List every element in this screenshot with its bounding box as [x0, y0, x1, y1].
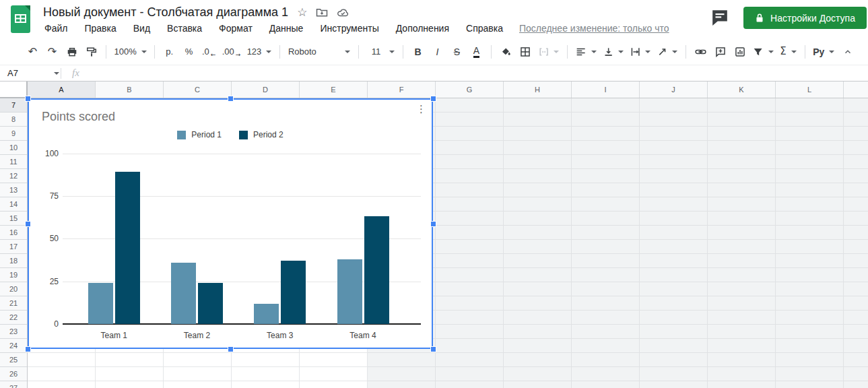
font-family-selector[interactable]: Roboto [285, 42, 354, 61]
row-header-12[interactable]: 12 [0, 169, 27, 183]
menu-data[interactable]: Данные [269, 23, 304, 34]
row-header-22[interactable]: 22 [0, 311, 27, 325]
menu-addons[interactable]: Дополнения [396, 23, 449, 34]
row-header-7[interactable]: 7 [0, 98, 27, 112]
text-wrap-button[interactable] [627, 42, 654, 61]
document-title[interactable]: Новый документ - Столбчатая диаграмма 1 [43, 5, 288, 20]
chart-resize-handle[interactable] [228, 347, 233, 352]
menu-format[interactable]: Формат [219, 23, 253, 34]
chart-resize-handle[interactable] [431, 347, 436, 352]
row-header-10[interactable]: 10 [0, 141, 27, 155]
name-box[interactable]: A7 [0, 68, 59, 78]
row-header-23[interactable]: 23 [0, 325, 27, 339]
chart-resize-handle[interactable] [26, 222, 30, 226]
row-header-16[interactable]: 16 [0, 226, 27, 240]
italic-button[interactable]: I [428, 42, 447, 61]
grid-cells[interactable]: Points scored ⋮ Period 1Period 2 0255075… [28, 98, 868, 388]
horizontal-align-button[interactable] [572, 42, 599, 61]
menu-view[interactable]: Вид [133, 23, 150, 34]
chart-container[interactable]: Points scored ⋮ Period 1Period 2 0255075… [28, 98, 433, 349]
column-header-partial[interactable] [844, 82, 868, 98]
row-header-8[interactable]: 8 [0, 112, 27, 127]
font-family-value: Roboto [288, 46, 316, 57]
borders-button[interactable] [516, 42, 535, 61]
column-header-d[interactable]: D [232, 82, 300, 98]
sheets-logo-icon[interactable] [11, 5, 30, 33]
column-header-l[interactable]: L [776, 82, 844, 98]
title-row: Новый документ - Столбчатая диаграмма 1 … [43, 3, 349, 21]
comment-history-icon[interactable] [711, 9, 729, 26]
print-button[interactable] [62, 42, 81, 61]
row-header-24[interactable]: 24 [0, 339, 27, 353]
font-size-selector[interactable]: 11 [364, 42, 398, 61]
row-header-15[interactable]: 15 [0, 212, 27, 226]
chart-resize-handle[interactable] [431, 96, 436, 101]
menu-insert[interactable]: Вставка [167, 23, 202, 34]
chart-resize-handle[interactable] [26, 347, 30, 352]
cell-reference: A7 [7, 68, 18, 78]
insert-comment-button[interactable] [710, 42, 730, 61]
text-rotation-button[interactable] [654, 42, 681, 61]
column-header-i[interactable]: I [572, 82, 640, 98]
row-header-19[interactable]: 19 [0, 268, 27, 282]
menu-edit[interactable]: Правка [84, 23, 116, 34]
chart-resize-handle[interactable] [228, 96, 233, 101]
star-icon[interactable]: ☆ [297, 7, 307, 18]
row-header-11[interactable]: 11 [0, 155, 27, 169]
column-header-j[interactable]: J [640, 82, 708, 98]
strikethrough-button[interactable]: S [447, 42, 467, 61]
row-header-9[interactable]: 9 [0, 127, 27, 141]
column-header-e[interactable]: E [300, 82, 368, 98]
share-button[interactable]: Настройки Доступа [743, 7, 867, 29]
decrease-decimals-button[interactable]: .0← [199, 42, 219, 61]
more-formats-button[interactable]: 123 [244, 42, 275, 61]
row-header-26[interactable]: 26 [0, 367, 27, 381]
column-header-f[interactable]: F [368, 82, 436, 98]
menu-file[interactable]: Файл [44, 23, 67, 34]
zoom-selector[interactable]: 100% [111, 42, 149, 61]
paint-format-button[interactable] [81, 42, 101, 61]
paint-format-icon [86, 46, 97, 57]
text-color-button[interactable]: A [467, 42, 486, 61]
row-header-17[interactable]: 17 [0, 240, 27, 254]
column-header-c[interactable]: C [164, 82, 232, 98]
row-header-27[interactable]: 27 [0, 381, 27, 388]
row-header-13[interactable]: 13 [0, 183, 27, 197]
row-header-14[interactable]: 14 [0, 197, 27, 212]
formula-input[interactable] [79, 65, 868, 81]
functions-button[interactable]: Σ [777, 42, 800, 61]
insert-chart-button[interactable] [730, 42, 749, 61]
chart-resize-handle[interactable] [431, 222, 436, 226]
select-all-corner[interactable] [0, 82, 28, 98]
row-header-25[interactable]: 25 [0, 353, 27, 367]
vertical-align-button[interactable] [600, 42, 627, 61]
row-header-20[interactable]: 20 [0, 282, 27, 296]
input-tools-button[interactable]: Ру [810, 42, 838, 61]
filter-button[interactable] [749, 42, 776, 61]
bold-button[interactable]: B [408, 42, 428, 61]
menu-help[interactable]: Справка [466, 23, 503, 34]
increase-decimals-button[interactable]: .00→ [219, 42, 244, 61]
column-header-a[interactable]: A [28, 82, 96, 98]
collapse-toolbar-button[interactable] [838, 42, 857, 61]
row-header-18[interactable]: 18 [0, 254, 27, 268]
format-percent-button[interactable]: % [179, 42, 199, 61]
column-header-h[interactable]: H [504, 82, 572, 98]
redo-button[interactable]: ↷ [42, 42, 62, 61]
column-header-b[interactable]: B [96, 82, 164, 98]
menu-tools[interactable]: Инструменты [320, 23, 378, 34]
toolbar-divider [106, 45, 106, 59]
move-to-folder-icon[interactable] [316, 7, 328, 18]
last-edit-link[interactable]: Последнее изменение: только что [519, 23, 669, 34]
merge-cells-button[interactable] [535, 42, 562, 61]
insert-link-button[interactable] [691, 42, 710, 61]
column-header-g[interactable]: G [436, 82, 504, 98]
chart-resize-handle[interactable] [26, 96, 30, 101]
fill-color-button[interactable] [496, 42, 516, 61]
column-header-k[interactable]: K [708, 82, 776, 98]
undo-button[interactable]: ↶ [23, 42, 42, 61]
row-header-21[interactable]: 21 [0, 296, 27, 311]
cloud-status-icon[interactable] [337, 7, 349, 17]
format-currency-button[interactable]: p. [160, 42, 179, 61]
x-axis-category-label: Team 3 [250, 331, 310, 340]
